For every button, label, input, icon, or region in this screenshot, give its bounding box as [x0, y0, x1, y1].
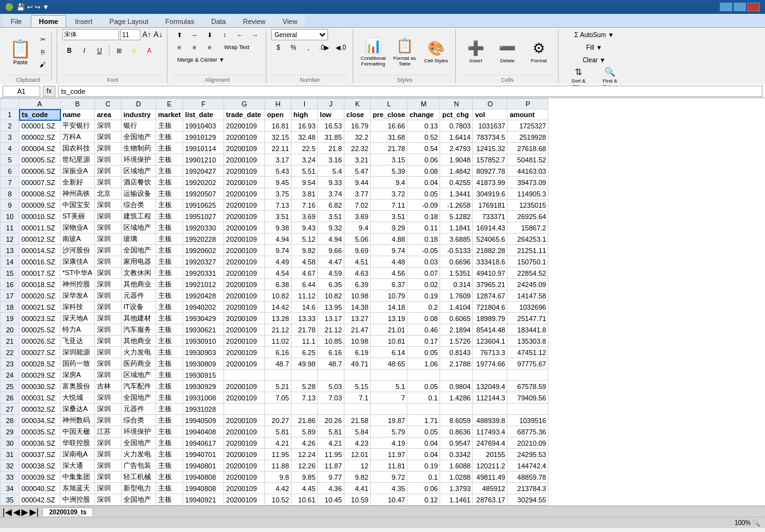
cell-30-I[interactable]: 4.26 [292, 438, 318, 449]
cell-23-F[interactable]: 19930809 [183, 358, 224, 370]
cell-31-L[interactable]: 11.97 [371, 449, 407, 460]
cell-22-L[interactable]: 6.14 [371, 347, 407, 358]
cell-5-H[interactable]: 3.17 [265, 154, 292, 166]
decrease-decimal-button[interactable]: ◀.0 [333, 42, 348, 53]
cell-7-A[interactable]: 000007.SZ [20, 177, 60, 188]
cell-27-I[interactable] [292, 404, 318, 415]
cell-10-I[interactable]: 3.69 [292, 211, 318, 222]
cell-16-L[interactable]: 6.37 [371, 279, 407, 290]
cell-4-K[interactable]: 22.32 [344, 143, 371, 154]
cell-2-N[interactable]: 0.7803 [440, 120, 473, 132]
cell-27-A[interactable]: 000032.SZ [20, 404, 60, 415]
cell-26-N[interactable]: 1.4286 [440, 392, 473, 404]
cell-29-M[interactable]: 0.05 [407, 426, 440, 438]
cell-7-N[interactable]: 0.4255 [440, 177, 473, 188]
cell-26-B[interactable]: 大悦城 [60, 392, 95, 404]
cell-17-J[interactable]: 10.82 [318, 290, 344, 302]
sheet-nav-prev[interactable]: ◀ [13, 507, 20, 517]
cell-10-O[interactable]: 733371 [473, 211, 507, 222]
cell-2-L[interactable]: 16.66 [371, 120, 407, 132]
cell-3-J[interactable]: 31.85 [318, 132, 344, 143]
cell-2-P[interactable]: 1725327 [507, 120, 548, 132]
cell-7-H[interactable]: 9.45 [265, 177, 292, 188]
cell-5-K[interactable]: 3.21 [344, 154, 371, 166]
cell-6-N[interactable]: 1.4842 [440, 166, 473, 177]
cell-34-J[interactable]: 4.36 [318, 483, 344, 494]
cell-15-M[interactable]: 0.07 [407, 268, 440, 279]
cell-23-I[interactable]: 49.98 [292, 358, 318, 370]
cell-6-M[interactable]: 0.08 [407, 166, 440, 177]
cell-15-E[interactable]: 主板 [156, 268, 183, 279]
copy-button[interactable]: ⎘ [36, 47, 50, 58]
cell-2-O[interactable]: 1031637 [473, 120, 507, 132]
cell-35-F[interactable]: 19940921 [183, 494, 224, 506]
cell-13-E[interactable]: 主板 [156, 245, 183, 256]
cell-33-P[interactable]: 48859.78 [507, 472, 548, 483]
cell-22-P[interactable]: 47451.12 [507, 347, 548, 358]
text-direction-button[interactable]: ↕ [218, 29, 232, 40]
cell-1-O[interactable]: vol [473, 110, 507, 120]
cell-32-H[interactable]: 11.88 [265, 460, 292, 472]
cell-8-M[interactable]: 0.05 [407, 188, 440, 200]
cell-25-O[interactable]: 132049.4 [473, 381, 507, 392]
col-header-A[interactable]: A [20, 99, 60, 110]
cell-19-C[interactable]: 深圳 [95, 313, 122, 324]
cell-21-L[interactable]: 10.81 [371, 336, 407, 347]
tab-file[interactable]: File [3, 15, 30, 27]
cell-35-E[interactable]: 主板 [156, 494, 183, 506]
cell-25-J[interactable]: 5.03 [318, 381, 344, 392]
cell-8-B[interactable]: 神州高铁 [60, 188, 95, 200]
cell-6-B[interactable]: 深振业A [60, 166, 95, 177]
cell-1-K[interactable]: close [344, 110, 371, 120]
cell-20-I[interactable]: 21.78 [292, 324, 318, 336]
cell-8-H[interactable]: 3.75 [265, 188, 292, 200]
cell-26-C[interactable]: 深圳 [95, 392, 122, 404]
cell-24-M[interactable] [407, 370, 440, 381]
cell-17-I[interactable]: 11.12 [292, 290, 318, 302]
cell-12-M[interactable]: 0.18 [407, 234, 440, 245]
cell-13-K[interactable]: 9.69 [344, 245, 371, 256]
cell-32-I[interactable]: 12.26 [292, 460, 318, 472]
cell-6-C[interactable]: 深圳 [95, 166, 122, 177]
cell-16-M[interactable]: 0.02 [407, 279, 440, 290]
cell-27-P[interactable] [507, 404, 548, 415]
cell-20-G[interactable]: 20200109 [224, 324, 265, 336]
cell-26-I[interactable]: 7.13 [292, 392, 318, 404]
cell-11-B[interactable]: 深物业A [60, 222, 95, 234]
cell-12-I[interactable]: 5.12 [292, 234, 318, 245]
cell-21-H[interactable]: 11.02 [265, 336, 292, 347]
cell-30-J[interactable]: 4.21 [318, 438, 344, 449]
cell-4-J[interactable]: 21.8 [318, 143, 344, 154]
cell-2-J[interactable]: 16.53 [318, 120, 344, 132]
cell-16-K[interactable]: 6.39 [344, 279, 371, 290]
cell-12-E[interactable]: 主板 [156, 234, 183, 245]
cell-35-J[interactable]: 10.45 [318, 494, 344, 506]
cell-31-C[interactable]: 深圳 [95, 449, 122, 460]
cell-34-O[interactable]: 485912 [473, 483, 507, 494]
cell-35-B[interactable]: 中洲控股 [60, 494, 95, 506]
cell-6-H[interactable]: 5.43 [265, 166, 292, 177]
cell-28-B[interactable]: 神州数码 [60, 415, 95, 426]
cell-34-A[interactable]: 000040.SZ [20, 483, 60, 494]
cell-21-B[interactable]: 飞亚达 [60, 336, 95, 347]
cell-15-F[interactable]: 19920331 [183, 268, 224, 279]
cell-19-F[interactable]: 19930429 [183, 313, 224, 324]
cell-11-O[interactable]: 16914.43 [473, 222, 507, 234]
cell-28-I[interactable]: 21.86 [292, 415, 318, 426]
cell-35-G[interactable]: 20200109 [224, 494, 265, 506]
cell-13-J[interactable]: 9.66 [318, 245, 344, 256]
cell-12-A[interactable]: 000012.SZ [20, 234, 60, 245]
cell-8-K[interactable]: 3.77 [344, 188, 371, 200]
cell-3-P[interactable]: 2519928 [507, 132, 548, 143]
cell-31-F[interactable]: 19940701 [183, 449, 224, 460]
cell-26-A[interactable]: 000031.SZ [20, 392, 60, 404]
cell-22-D[interactable]: 火力发电 [122, 347, 156, 358]
cell-29-L[interactable]: 5.79 [371, 426, 407, 438]
align-left-button[interactable]: ≡ [173, 42, 186, 53]
cell-5-C[interactable]: 深圳 [95, 154, 122, 166]
delete-button[interactable]: ➖ Delete [492, 34, 523, 71]
cell-23-D[interactable]: 医药商业 [122, 358, 156, 370]
cell-14-I[interactable]: 4.58 [292, 256, 318, 268]
cell-4-N[interactable]: 2.4793 [440, 143, 473, 154]
cell-20-H[interactable]: 21.12 [265, 324, 292, 336]
